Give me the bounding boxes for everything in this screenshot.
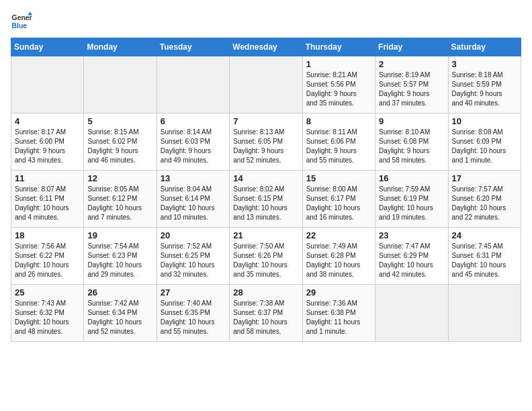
day-info: Sunrise: 8:21 AM Sunset: 5:56 PM Dayligh…: [306, 71, 371, 108]
col-header-tuesday: Tuesday: [157, 38, 229, 56]
day-info: Sunrise: 8:15 AM Sunset: 6:02 PM Dayligh…: [87, 128, 152, 165]
calendar-cell: 11Sunrise: 8:07 AM Sunset: 6:11 PM Dayli…: [11, 171, 84, 228]
day-number: 19: [87, 230, 152, 240]
week-row-4: 18Sunrise: 7:56 AM Sunset: 6:22 PM Dayli…: [11, 228, 521, 285]
day-number: 26: [87, 287, 152, 298]
day-number: 1: [306, 59, 371, 69]
calendar-cell: [448, 285, 521, 342]
calendar-cell: 23Sunrise: 7:47 AM Sunset: 6:29 PM Dayli…: [375, 228, 448, 285]
calendar-cell: 2Sunrise: 8:19 AM Sunset: 5:57 PM Daylig…: [375, 56, 448, 113]
day-number: 10: [452, 116, 517, 126]
day-info: Sunrise: 8:11 AM Sunset: 6:06 PM Dayligh…: [306, 128, 371, 165]
day-number: 2: [379, 59, 444, 69]
calendar-cell: [11, 56, 84, 113]
calendar-cell: 5Sunrise: 8:15 AM Sunset: 6:02 PM Daylig…: [84, 113, 157, 171]
day-number: 9: [379, 116, 444, 126]
calendar-cell: 9Sunrise: 8:10 AM Sunset: 6:08 PM Daylig…: [375, 113, 448, 171]
day-info: Sunrise: 8:08 AM Sunset: 6:09 PM Dayligh…: [452, 128, 517, 165]
calendar-cell: 3Sunrise: 8:18 AM Sunset: 5:59 PM Daylig…: [448, 56, 521, 113]
day-number: 25: [15, 287, 80, 298]
calendar-cell: [157, 56, 229, 113]
day-number: 29: [306, 287, 371, 298]
calendar-cell: 29Sunrise: 7:36 AM Sunset: 6:38 PM Dayli…: [302, 285, 375, 342]
logo: General Blue: [11, 11, 32, 32]
calendar-cell: 26Sunrise: 7:42 AM Sunset: 6:34 PM Dayli…: [84, 285, 157, 342]
week-row-1: 1Sunrise: 8:21 AM Sunset: 5:56 PM Daylig…: [11, 56, 521, 113]
day-number: 13: [161, 173, 226, 183]
page-header: General Blue: [11, 11, 521, 32]
calendar-cell: 10Sunrise: 8:08 AM Sunset: 6:09 PM Dayli…: [448, 113, 521, 171]
day-info: Sunrise: 7:40 AM Sunset: 6:35 PM Dayligh…: [161, 299, 226, 336]
calendar-cell: [375, 285, 448, 342]
day-info: Sunrise: 7:49 AM Sunset: 6:28 PM Dayligh…: [306, 242, 371, 279]
day-info: Sunrise: 7:45 AM Sunset: 6:31 PM Dayligh…: [452, 242, 517, 279]
svg-text:Blue: Blue: [12, 22, 28, 30]
day-number: 22: [306, 230, 371, 240]
day-number: 4: [15, 116, 80, 126]
day-info: Sunrise: 7:50 AM Sunset: 6:26 PM Dayligh…: [233, 242, 298, 279]
day-number: 11: [15, 173, 80, 183]
calendar-cell: 4Sunrise: 8:17 AM Sunset: 6:00 PM Daylig…: [11, 113, 84, 171]
calendar-cell: 12Sunrise: 8:05 AM Sunset: 6:12 PM Dayli…: [84, 171, 157, 228]
day-info: Sunrise: 8:10 AM Sunset: 6:08 PM Dayligh…: [379, 128, 444, 165]
calendar-cell: 7Sunrise: 8:13 AM Sunset: 6:05 PM Daylig…: [230, 113, 302, 171]
day-info: Sunrise: 7:42 AM Sunset: 6:34 PM Dayligh…: [87, 299, 152, 336]
day-info: Sunrise: 8:18 AM Sunset: 5:59 PM Dayligh…: [452, 71, 517, 108]
day-number: 5: [87, 116, 152, 126]
svg-marker-2: [28, 12, 32, 15]
day-number: 14: [233, 173, 298, 183]
calendar-cell: 20Sunrise: 7:52 AM Sunset: 6:25 PM Dayli…: [157, 228, 229, 285]
calendar-cell: 24Sunrise: 7:45 AM Sunset: 6:31 PM Dayli…: [448, 228, 521, 285]
col-header-sunday: Sunday: [11, 38, 84, 56]
col-header-saturday: Saturday: [448, 38, 521, 56]
day-info: Sunrise: 8:00 AM Sunset: 6:17 PM Dayligh…: [306, 185, 371, 222]
calendar-cell: 13Sunrise: 8:04 AM Sunset: 6:14 PM Dayli…: [157, 171, 229, 228]
col-header-wednesday: Wednesday: [230, 38, 302, 56]
day-info: Sunrise: 8:07 AM Sunset: 6:11 PM Dayligh…: [15, 185, 80, 222]
day-info: Sunrise: 7:36 AM Sunset: 6:38 PM Dayligh…: [306, 299, 371, 336]
day-number: 8: [306, 116, 371, 126]
day-info: Sunrise: 7:54 AM Sunset: 6:23 PM Dayligh…: [87, 242, 152, 279]
col-header-thursday: Thursday: [302, 38, 375, 56]
calendar-cell: 17Sunrise: 7:57 AM Sunset: 6:20 PM Dayli…: [448, 171, 521, 228]
day-info: Sunrise: 8:04 AM Sunset: 6:14 PM Dayligh…: [161, 185, 226, 222]
calendar-cell: 16Sunrise: 7:59 AM Sunset: 6:19 PM Dayli…: [375, 171, 448, 228]
day-number: 23: [379, 230, 444, 240]
calendar-cell: 27Sunrise: 7:40 AM Sunset: 6:35 PM Dayli…: [157, 285, 229, 342]
calendar-cell: 1Sunrise: 8:21 AM Sunset: 5:56 PM Daylig…: [302, 56, 375, 113]
day-number: 16: [379, 173, 444, 183]
col-header-monday: Monday: [84, 38, 157, 56]
calendar-cell: 25Sunrise: 7:43 AM Sunset: 6:32 PM Dayli…: [11, 285, 84, 342]
header-row: SundayMondayTuesdayWednesdayThursdayFrid…: [11, 38, 521, 56]
calendar-table: SundayMondayTuesdayWednesdayThursdayFrid…: [11, 38, 521, 342]
day-number: 3: [452, 59, 517, 69]
day-info: Sunrise: 8:13 AM Sunset: 6:05 PM Dayligh…: [233, 128, 298, 165]
calendar-cell: [230, 56, 302, 113]
day-info: Sunrise: 7:47 AM Sunset: 6:29 PM Dayligh…: [379, 242, 444, 279]
col-header-friday: Friday: [375, 38, 448, 56]
day-number: 21: [233, 230, 298, 240]
calendar-cell: [84, 56, 157, 113]
calendar-cell: 21Sunrise: 7:50 AM Sunset: 6:26 PM Dayli…: [230, 228, 302, 285]
day-number: 7: [233, 116, 298, 126]
day-info: Sunrise: 8:17 AM Sunset: 6:00 PM Dayligh…: [15, 128, 80, 165]
week-row-5: 25Sunrise: 7:43 AM Sunset: 6:32 PM Dayli…: [11, 285, 521, 342]
logo-icon: General Blue: [11, 11, 32, 32]
calendar-cell: 19Sunrise: 7:54 AM Sunset: 6:23 PM Dayli…: [84, 228, 157, 285]
day-info: Sunrise: 7:57 AM Sunset: 6:20 PM Dayligh…: [452, 185, 517, 222]
svg-text:General: General: [12, 14, 32, 21]
day-number: 18: [15, 230, 80, 240]
day-info: Sunrise: 8:19 AM Sunset: 5:57 PM Dayligh…: [379, 71, 444, 108]
calendar-cell: 14Sunrise: 8:02 AM Sunset: 6:15 PM Dayli…: [230, 171, 302, 228]
calendar-cell: 28Sunrise: 7:38 AM Sunset: 6:37 PM Dayli…: [230, 285, 302, 342]
calendar-cell: 6Sunrise: 8:14 AM Sunset: 6:03 PM Daylig…: [157, 113, 229, 171]
day-number: 27: [161, 287, 226, 298]
day-number: 6: [161, 116, 226, 126]
day-info: Sunrise: 8:14 AM Sunset: 6:03 PM Dayligh…: [161, 128, 226, 165]
calendar-cell: 15Sunrise: 8:00 AM Sunset: 6:17 PM Dayli…: [302, 171, 375, 228]
day-number: 15: [306, 173, 371, 183]
day-info: Sunrise: 7:56 AM Sunset: 6:22 PM Dayligh…: [15, 242, 80, 279]
day-number: 24: [452, 230, 517, 240]
day-number: 28: [233, 287, 298, 298]
day-info: Sunrise: 7:38 AM Sunset: 6:37 PM Dayligh…: [233, 299, 298, 336]
